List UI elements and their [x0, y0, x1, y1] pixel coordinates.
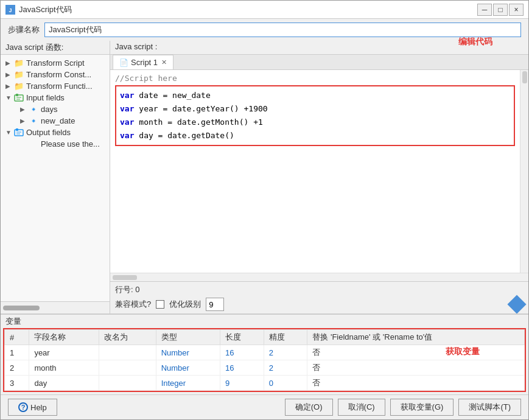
- cell-field: day: [29, 376, 99, 391]
- vertical-scrollbar[interactable]: [520, 70, 528, 273]
- footer: ? Help 确定(O) 取消(C) 获取变量(G) 测试脚本(T): [1, 394, 528, 419]
- sidebar-item-output-fields[interactable]: ▼ Output fields: [1, 127, 110, 138]
- folder-icon: 📁: [14, 71, 24, 79]
- tab-close-icon[interactable]: ✕: [161, 58, 167, 66]
- step-name-row: 步骤名称: [1, 19, 528, 41]
- tab-label: Script 1: [131, 58, 158, 67]
- table-row: 2 month Number 16 2 否: [5, 360, 525, 376]
- col-length: 长度: [220, 330, 264, 345]
- cell-precision: 0: [264, 376, 307, 391]
- editor-bottom: 行号: 0 兼容模式? 优化级别: [110, 281, 528, 313]
- item-icon: 🔹: [29, 117, 38, 125]
- tab-script1[interactable]: 📄 Script 1 ✕: [113, 55, 173, 69]
- vars-table-header-row: # 字段名称 改名为 类型 长度 精度 替换 'Fieldname' 或 'Re…: [5, 330, 525, 345]
- sidebar-item-input-fields[interactable]: ▼ Input fields: [1, 92, 110, 103]
- arrow-icon: ▶: [5, 60, 13, 66]
- svg-rect-7: [16, 128, 18, 131]
- cancel-button[interactable]: 取消(C): [338, 399, 385, 416]
- minimize-button[interactable]: ─: [477, 4, 492, 16]
- cell-num: 1: [5, 345, 29, 360]
- cell-length: 9: [220, 376, 264, 391]
- svg-rect-2: [15, 95, 23, 101]
- input-folder-icon: [14, 94, 24, 102]
- code-line-3: var month = date.getMonth() +1: [120, 116, 510, 129]
- cell-num: 3: [5, 376, 29, 391]
- item-icon: 🔹: [29, 105, 38, 114]
- horizontal-scrollbar[interactable]: [110, 273, 528, 281]
- step-name-input[interactable]: [44, 23, 521, 37]
- vertical-scrollbar-thumb: [522, 71, 527, 83]
- vars-section: 变量 # 字段名称 改名为 类型 长度 精度 替换 'Fieldname' 或 …: [1, 313, 528, 394]
- code-line-2: var year = date.getYear() +1900: [120, 102, 510, 116]
- sidebar-item-new-date[interactable]: ▶ 🔹 new_date: [1, 115, 110, 127]
- code-editor[interactable]: //Script here var date = new_date var ye…: [110, 70, 520, 273]
- col-replace: 替换 'Fieldname' 或 'Rename to'值: [307, 330, 525, 345]
- optlevel-label: 优化级别: [169, 299, 201, 310]
- compat-row: 兼容模式? 优化级别: [115, 298, 524, 311]
- vars-section-header: 变量: [1, 315, 528, 328]
- sidebar-item-please-use[interactable]: Please use the...: [1, 138, 110, 150]
- cell-rename: [99, 360, 156, 376]
- cell-replace: 否: [307, 345, 525, 360]
- col-type: 类型: [156, 330, 220, 345]
- optlevel-input[interactable]: [206, 298, 224, 311]
- get-vars-button[interactable]: 获取变量(G): [390, 399, 454, 416]
- svg-rect-3: [16, 94, 18, 96]
- cell-length: 16: [220, 345, 264, 360]
- diamond-button[interactable]: [507, 295, 526, 313]
- cell-num: 2: [5, 360, 29, 376]
- window-title: JavaScript代码: [19, 4, 477, 15]
- sidebar-item-transform-const[interactable]: ▶ 📁 Transform Const...: [1, 69, 110, 80]
- maximize-button[interactable]: □: [493, 4, 508, 16]
- cell-rename: [99, 345, 156, 360]
- row-number-display: 行号: 0: [115, 284, 524, 295]
- test-script-button[interactable]: 测试脚本(T): [458, 399, 521, 416]
- arrow-icon: ▶: [5, 83, 13, 89]
- sidebar-item-transform-script[interactable]: ▶ 📁 Transform Script: [1, 57, 110, 69]
- code-area-row: //Script here var date = new_date var ye…: [110, 70, 528, 273]
- right-panel: 📄 Script 1 ✕ //Script here var date = ne…: [110, 55, 528, 313]
- sidebar-item-label: Please use the...: [41, 139, 100, 149]
- confirm-button[interactable]: 确定(O): [285, 399, 333, 416]
- cell-precision: 2: [264, 345, 307, 360]
- sidebar-item-days[interactable]: ▶ 🔹 days: [1, 103, 110, 115]
- cell-type: Number: [156, 345, 220, 360]
- cell-replace: 否: [307, 360, 525, 376]
- horizontal-scrollbar-thumb[interactable]: [3, 306, 40, 310]
- sidebar-item-transform-functi[interactable]: ▶ 📁 Transform Functi...: [1, 80, 110, 92]
- close-button[interactable]: ×: [509, 4, 524, 16]
- help-label: Help: [30, 403, 47, 412]
- cell-field: month: [29, 360, 99, 376]
- step-name-label: 步骤名称: [8, 24, 40, 35]
- arrow-icon: [20, 141, 27, 147]
- compat-checkbox[interactable]: [156, 300, 164, 309]
- cell-type: Number: [156, 360, 220, 376]
- sidebar-item-label: Transform Functi...: [26, 82, 93, 91]
- folder-icon: 📁: [14, 59, 24, 68]
- left-panel: ▶ 📁 Transform Script ▶ 📁 Transform Const…: [1, 55, 110, 313]
- code-line-4: var day = date.getDate(): [120, 129, 510, 142]
- svg-text:J: J: [9, 7, 12, 13]
- sidebar-item-label: days: [41, 105, 57, 114]
- col-fieldname: 字段名称: [29, 330, 99, 345]
- cell-precision: 2: [264, 360, 307, 376]
- code-line-1: var date = new_date: [120, 89, 510, 102]
- help-button[interactable]: ? Help: [8, 399, 57, 416]
- cell-rename: [99, 376, 156, 391]
- sidebar-item-label: Transform Const...: [26, 70, 91, 79]
- cell-type: Integer: [156, 376, 220, 391]
- compat-label: 兼容模式?: [115, 299, 151, 310]
- horizontal-scrollbar-thumb: [113, 275, 137, 280]
- col-rename: 改名为: [99, 330, 156, 345]
- sidebar-item-label: new_date: [41, 116, 75, 125]
- col-num: #: [5, 330, 29, 345]
- code-comment: //Script here: [113, 72, 517, 84]
- get-vars-inline-label: 获取变量: [446, 346, 480, 357]
- main-window: J JavaScript代码 ─ □ × 步骤名称 Java script 函数…: [0, 0, 529, 420]
- arrow-icon: ▶: [5, 71, 13, 78]
- title-bar: J JavaScript代码 ─ □ ×: [1, 1, 528, 19]
- arrow-icon: ▶: [20, 117, 27, 124]
- left-panel-header: Java script 函数:: [1, 41, 110, 54]
- vars-table: # 字段名称 改名为 类型 长度 精度 替换 'Fieldname' 或 'Re…: [4, 329, 525, 391]
- left-tree: ▶ 📁 Transform Script ▶ 📁 Transform Const…: [1, 55, 110, 301]
